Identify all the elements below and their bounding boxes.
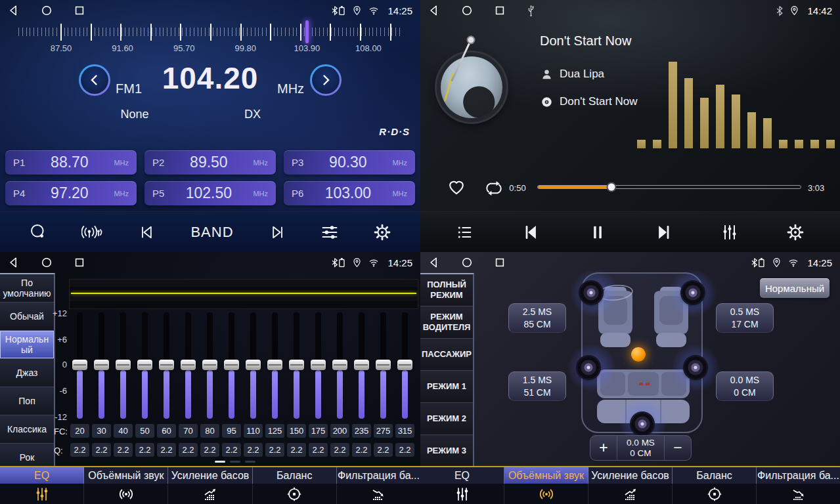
surround-mode-item[interactable]: РЕЖИМ 1 xyxy=(420,371,473,403)
slider-track[interactable] xyxy=(207,312,213,419)
balance-tab-icon[interactable] xyxy=(253,484,337,504)
slider-knob[interactable] xyxy=(181,360,196,370)
slider-track[interactable] xyxy=(164,312,169,419)
favorite-icon[interactable] xyxy=(447,178,466,199)
q-value[interactable]: 2.2 xyxy=(157,443,176,457)
previous-station-button[interactable] xyxy=(138,223,156,242)
tab-balance[interactable]: Баланс xyxy=(253,467,337,484)
eq-tab-icon[interactable] xyxy=(420,484,504,504)
slider-knob[interactable] xyxy=(289,360,304,370)
q-value[interactable]: 2.2 xyxy=(114,443,133,457)
slider-knob[interactable] xyxy=(116,360,131,370)
surround-mode-item[interactable]: РЕЖИМ ВОДИТЕЛЯ xyxy=(420,306,473,339)
scan-button[interactable] xyxy=(29,223,47,242)
delay-front-left-button[interactable]: 2.5 MS 85 CM xyxy=(508,303,566,333)
fc-value[interactable]: 20 xyxy=(70,424,89,438)
slider-track[interactable] xyxy=(402,312,408,419)
q-value[interactable]: 2.2 xyxy=(200,443,219,457)
recents-icon[interactable] xyxy=(494,257,506,268)
band-button[interactable]: BAND xyxy=(190,224,233,241)
gear-icon[interactable] xyxy=(786,223,805,242)
filter-tab-icon[interactable] xyxy=(757,484,840,504)
surround-tab-icon[interactable] xyxy=(504,484,588,504)
home-icon[interactable] xyxy=(461,257,473,268)
slider-track[interactable] xyxy=(294,312,299,419)
eq-preset-item[interactable]: Нормальный xyxy=(0,331,54,359)
broadcast-icon[interactable] xyxy=(81,224,104,241)
q-value[interactable]: 2.2 xyxy=(179,443,198,457)
slider-knob[interactable] xyxy=(94,360,109,370)
pause-button[interactable] xyxy=(588,223,607,242)
next-track-button[interactable] xyxy=(653,222,673,242)
slider-track[interactable] xyxy=(359,312,365,419)
filter-tab-icon[interactable] xyxy=(337,484,420,504)
fc-value[interactable]: 50 xyxy=(135,424,154,438)
profile-button[interactable]: Нормальный xyxy=(760,278,829,298)
slider-knob[interactable] xyxy=(246,360,261,370)
tab-eq[interactable]: EQ xyxy=(0,467,84,484)
preset-button[interactable]: P2 89.50 MHz xyxy=(144,150,276,175)
home-icon[interactable] xyxy=(41,257,53,268)
tab-eq[interactable]: EQ xyxy=(420,467,504,484)
slider-knob[interactable] xyxy=(159,360,174,370)
speaker-subwoofer-icon[interactable] xyxy=(631,413,653,435)
slider-knob[interactable] xyxy=(224,360,239,370)
slider-track[interactable] xyxy=(229,312,234,419)
surround-mode-item[interactable]: РЕЖИМ 3 xyxy=(420,435,473,466)
tab-bass-boost[interactable]: Усиление басов xyxy=(168,467,252,484)
eq-preset-item[interactable]: Обычай xyxy=(0,303,54,331)
slider-track[interactable] xyxy=(99,312,104,419)
fc-value[interactable]: 80 xyxy=(200,424,219,438)
slider-track[interactable] xyxy=(185,312,191,419)
fc-value[interactable]: 95 xyxy=(222,424,241,438)
equalizer-icon[interactable] xyxy=(720,223,739,242)
tab-filter[interactable]: Фильтрация ба... xyxy=(757,467,840,484)
preset-button[interactable]: P1 88.70 MHz xyxy=(5,150,137,175)
listener-position-dot[interactable] xyxy=(631,347,646,362)
back-icon[interactable] xyxy=(8,257,20,268)
tune-down-button[interactable] xyxy=(79,64,110,96)
home-icon[interactable] xyxy=(461,5,473,16)
progress-thumb[interactable] xyxy=(607,182,617,192)
slider-knob[interactable] xyxy=(137,360,152,370)
speaker-rear-right-icon[interactable] xyxy=(684,356,707,379)
bass-boost-tab-icon[interactable] xyxy=(168,484,252,504)
slider-track[interactable] xyxy=(337,312,343,419)
slider-knob[interactable] xyxy=(332,360,347,370)
eq-band-slider[interactable] xyxy=(351,312,372,420)
delay-rear-left-button[interactable]: 1.5 MS 51 CM xyxy=(508,371,566,401)
fc-value[interactable]: 110 xyxy=(244,424,263,438)
tab-filter[interactable]: Фильтрация ба... xyxy=(337,467,420,484)
eq-band-slider[interactable] xyxy=(307,312,329,420)
eq-tab-icon[interactable] xyxy=(0,484,84,504)
sound-settings-icon[interactable] xyxy=(321,223,339,242)
preset-button[interactable]: P5 102.50 MHz xyxy=(144,181,276,205)
eq-preset-item[interactable]: Классика xyxy=(0,415,54,444)
q-value[interactable]: 2.2 xyxy=(287,443,306,457)
slider-track[interactable] xyxy=(315,312,321,419)
q-value[interactable]: 2.2 xyxy=(135,443,154,457)
eq-band-slider[interactable] xyxy=(286,312,307,420)
fc-value[interactable]: 275 xyxy=(374,424,393,438)
eq-preset-item[interactable]: Поп xyxy=(0,387,54,415)
dial-indicator[interactable] xyxy=(305,20,309,43)
eq-band-slider[interactable] xyxy=(112,312,134,420)
back-icon[interactable] xyxy=(428,5,440,16)
decrease-delay-button[interactable]: − xyxy=(665,436,691,460)
eq-band-slider[interactable] xyxy=(394,312,416,420)
recents-icon[interactable] xyxy=(74,5,85,16)
bass-boost-tab-icon[interactable] xyxy=(588,484,673,504)
preset-button[interactable]: P3 90.30 MHz xyxy=(284,150,415,175)
delay-front-right-button[interactable]: 0.5 MS 17 CM xyxy=(716,303,774,333)
q-value[interactable]: 2.2 xyxy=(395,443,414,457)
slider-knob[interactable] xyxy=(311,360,326,370)
q-value[interactable]: 2.2 xyxy=(244,443,263,457)
q-value[interactable]: 2.2 xyxy=(92,443,111,457)
slider-track[interactable] xyxy=(77,312,83,419)
increase-delay-button[interactable]: + xyxy=(590,436,617,460)
slider-track[interactable] xyxy=(250,312,256,419)
slider-knob[interactable] xyxy=(354,360,369,370)
q-value[interactable]: 2.2 xyxy=(374,443,393,457)
eq-preset-item[interactable]: Рок xyxy=(0,444,54,466)
frequency-dial[interactable]: 87.5091.6095.7099.80103.90108.00 xyxy=(0,24,420,54)
